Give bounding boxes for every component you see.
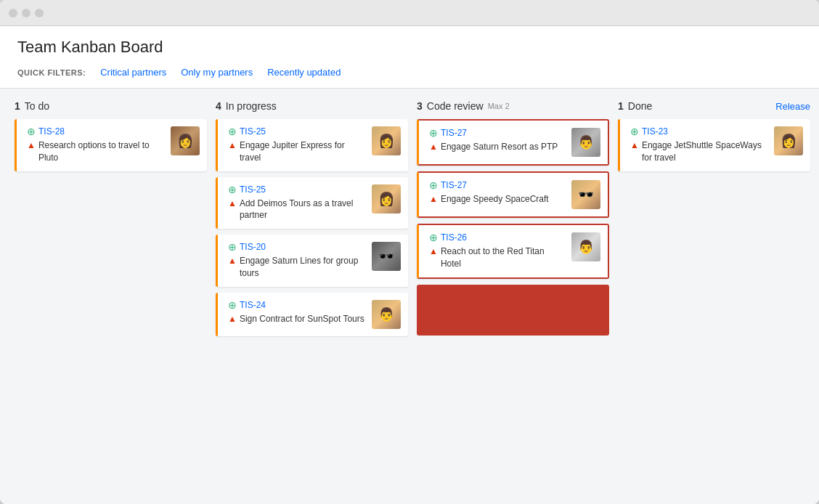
traffic-lights — [9, 9, 44, 17]
column-inprogress: 4 In progress ⊕ TIS-25 ▲ Engage Jupite — [216, 100, 408, 336]
board-area: 1 To do ⊕ TIS-28 ▲ Research options to — [0, 89, 819, 504]
card-tis24-id[interactable]: TIS-24 — [240, 300, 266, 310]
column-todo: 1 To do ⊕ TIS-28 ▲ Research options to — [15, 100, 207, 171]
card-tis25-1-info: ⊕ TIS-25 ▲ Engage Jupiter Express for tr… — [228, 126, 366, 164]
card-tis20-info: ⊕ TIS-20 ▲ Engage Saturn Lines for group… — [228, 242, 366, 280]
card-tis27-1-id[interactable]: TIS-27 — [441, 128, 467, 138]
inprogress-cards: ⊕ TIS-25 ▲ Engage Jupiter Express for tr… — [216, 119, 408, 336]
card-tis25-1-desc: Engage Jupiter Express for travel — [240, 139, 366, 164]
card-tis28-desc-row: ▲ Research options to travel to Pluto — [27, 139, 165, 164]
card-tis25-2[interactable]: ⊕ TIS-25 ▲ Add Deimos Tours as a travel … — [216, 177, 408, 229]
card-tis23-id[interactable]: TIS-23 — [642, 126, 668, 137]
add-icon: ⊕ — [429, 128, 438, 138]
filter-only-my-partners[interactable]: Only my partners — [175, 65, 258, 79]
add-icon: ⊕ — [630, 126, 639, 137]
add-icon: ⊕ — [429, 232, 438, 243]
page-title: Team Kanban Board — [17, 38, 802, 57]
app-window: Team Kanban Board QUICK FILTERS: Critica… — [0, 0, 819, 504]
card-tis24-info: ⊕ TIS-24 ▲ Sign Contract for SunSpot Tou… — [228, 300, 366, 325]
card-tis25-2-info: ⊕ TIS-25 ▲ Add Deimos Tours as a travel … — [228, 184, 366, 222]
release-action[interactable]: Release — [775, 101, 810, 112]
card-tis27-2-desc: Engage Speedy SpaceCraft — [441, 193, 549, 206]
card-tis26-info: ⊕ TIS-26 ▲ Reach out to the Red Titan Ho… — [429, 232, 566, 270]
card-tis23[interactable]: ⊕ TIS-23 ▲ Engage JetShuttle SpaceWays f… — [618, 119, 810, 171]
maximize-button[interactable] — [35, 9, 44, 17]
avatar-tis27-1: 👨 — [571, 128, 600, 157]
column-codereview: 3 Code review Max 2 ⊕ TIS-27 ▲ — [417, 100, 609, 336]
card-tis24-desc: Sign Contract for SunSpot Tours — [240, 313, 364, 325]
priority-icon: ▲ — [228, 314, 237, 324]
card-tis26-id[interactable]: TIS-26 — [441, 232, 467, 243]
card-tis27-1-info: ⊕ TIS-27 ▲ Engage Saturn Resort as PTP — [429, 128, 566, 153]
card-tis20-id[interactable]: TIS-20 — [240, 242, 266, 252]
header: Team Kanban Board QUICK FILTERS: Critica… — [0, 26, 819, 89]
card-tis27-2[interactable]: ⊕ TIS-27 ▲ Engage Speedy SpaceCraft 🕶️ — [417, 171, 609, 218]
card-tis28-desc: Research options to travel to Pluto — [38, 139, 165, 164]
priority-icon: ▲ — [630, 140, 639, 150]
column-done: 1 Done Release ⊕ TIS-23 ▲ En — [618, 100, 810, 171]
priority-icon: ▲ — [27, 140, 36, 150]
avatar-tis23: 👩 — [774, 126, 803, 155]
card-tis20[interactable]: ⊕ TIS-20 ▲ Engage Saturn Lines for group… — [216, 235, 408, 287]
card-tis27-2-id[interactable]: TIS-27 — [441, 180, 467, 190]
card-tis24[interactable]: ⊕ TIS-24 ▲ Sign Contract for SunSpot Tou… — [216, 293, 408, 336]
add-icon: ⊕ — [228, 242, 237, 252]
filter-critical-partners[interactable]: Critical partners — [94, 65, 172, 79]
priority-icon: ▲ — [429, 246, 438, 256]
card-tis27-2-info: ⊕ TIS-27 ▲ Engage Speedy SpaceCraft — [429, 180, 566, 206]
titlebar — [0, 0, 819, 26]
add-icon: ⊕ — [228, 300, 237, 310]
done-cards: ⊕ TIS-23 ▲ Engage JetShuttle SpaceWays f… — [618, 119, 810, 171]
todo-name: To do — [25, 100, 49, 112]
priority-icon: ▲ — [228, 256, 237, 266]
card-tis25-2-desc: Add Deimos Tours as a travel partner — [240, 198, 366, 222]
todo-count: 1 — [15, 100, 20, 112]
done-name: Done — [628, 100, 652, 112]
card-tis26-desc: Reach out to the Red Titan Hotel — [441, 245, 566, 270]
card-tis25-2-id[interactable]: TIS-25 — [240, 184, 266, 195]
column-codereview-header: 3 Code review Max 2 — [417, 100, 609, 112]
codereview-max: Max 2 — [488, 102, 510, 110]
card-tis28-info: ⊕ TIS-28 ▲ Research options to travel to… — [27, 126, 165, 164]
minimize-button[interactable] — [22, 9, 30, 17]
codereview-name: Code review — [427, 100, 484, 112]
card-tis28[interactable]: ⊕ TIS-28 ▲ Research options to travel to… — [15, 119, 207, 171]
todo-cards: ⊕ TIS-28 ▲ Research options to travel to… — [15, 119, 207, 171]
avatar-tis25-2: 👩 — [372, 184, 401, 214]
quick-filters-label: QUICK FILTERS: — [17, 68, 86, 77]
priority-icon: ▲ — [429, 142, 438, 152]
card-tis26[interactable]: ⊕ TIS-26 ▲ Reach out to the Red Titan Ho… — [417, 224, 609, 279]
add-icon: ⊕ — [429, 180, 438, 190]
add-icon: ⊕ — [27, 126, 36, 137]
codereview-count: 3 — [417, 100, 423, 112]
done-count: 1 — [618, 100, 624, 112]
filter-recently-updated[interactable]: Recently updated — [261, 65, 346, 79]
kanban-board: 1 To do ⊕ TIS-28 ▲ Research options to — [15, 100, 804, 492]
priority-icon: ▲ — [429, 194, 438, 204]
avatar-tis27-2: 🕶️ — [571, 180, 600, 209]
priority-icon: ▲ — [228, 140, 237, 150]
avatar-tis24: 👨 — [372, 300, 401, 329]
card-tis20-desc: Engage Saturn Lines for group tours — [240, 255, 366, 280]
priority-icon: ▲ — [228, 198, 237, 208]
card-tis28-id[interactable]: TIS-28 — [38, 126, 65, 137]
close-button[interactable] — [9, 9, 17, 17]
column-inprogress-header: 4 In progress — [216, 100, 408, 112]
avatar-tis20: 🕶️ — [372, 242, 401, 271]
add-icon: ⊕ — [228, 126, 237, 137]
avatar-tis28: 👩 — [171, 126, 200, 155]
card-tis27-1[interactable]: ⊕ TIS-27 ▲ Engage Saturn Resort as PTP 👨 — [417, 119, 609, 166]
card-tis27-1-desc: Engage Saturn Resort as PTP — [441, 141, 558, 153]
avatar-tis25-1: 👩 — [372, 126, 401, 155]
inprogress-name: In progress — [226, 100, 277, 112]
card-tis23-info: ⊕ TIS-23 ▲ Engage JetShuttle SpaceWays f… — [630, 126, 768, 164]
column-done-header: 1 Done Release — [618, 100, 810, 112]
avatar-tis26: 👨 — [571, 232, 600, 261]
add-icon: ⊕ — [228, 184, 237, 195]
card-tis28-id-row: ⊕ TIS-28 — [27, 126, 165, 137]
card-tis25-1[interactable]: ⊕ TIS-25 ▲ Engage Jupiter Express for tr… — [216, 119, 408, 171]
codereview-cards: ⊕ TIS-27 ▲ Engage Saturn Resort as PTP 👨 — [417, 119, 609, 336]
column-todo-header: 1 To do — [15, 100, 207, 112]
card-tis25-1-id[interactable]: TIS-25 — [240, 126, 266, 137]
inprogress-count: 4 — [216, 100, 221, 112]
